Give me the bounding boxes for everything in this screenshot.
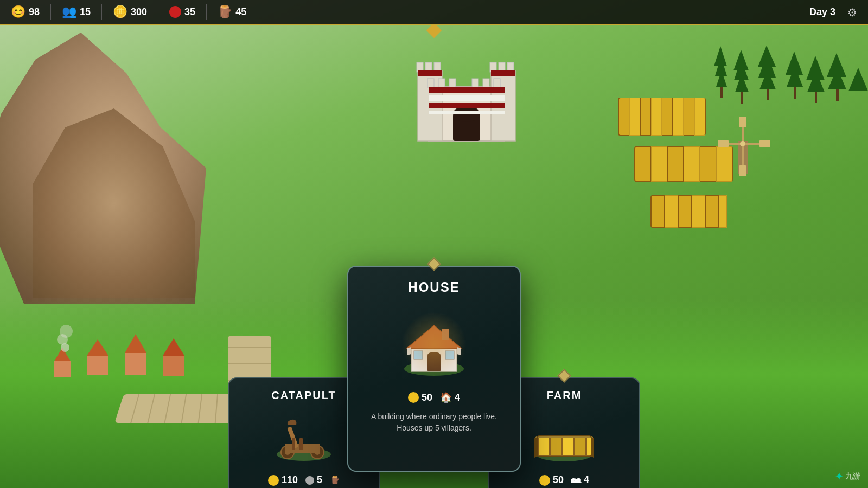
- svg-rect-63: [719, 195, 727, 228]
- hud-wood: 🪵 45: [218, 6, 246, 18]
- svg-marker-79: [733, 50, 749, 70]
- svg-rect-11: [427, 79, 434, 87]
- svg-rect-69: [739, 117, 746, 127]
- hud-gold: 🪙 300: [113, 6, 147, 18]
- farm-gold-cost: 50: [539, 474, 564, 486]
- farm-fields: [618, 98, 825, 241]
- svg-marker-27: [125, 334, 146, 353]
- svg-rect-70: [760, 140, 770, 147]
- svg-rect-12: [438, 79, 445, 87]
- svg-rect-121: [563, 437, 573, 455]
- svg-rect-95: [836, 89, 839, 101]
- svg-rect-17: [429, 87, 505, 93]
- settings-button[interactable]: ⚙: [844, 4, 860, 21]
- watermark-text: 九游: [845, 472, 860, 481]
- svg-rect-54: [716, 146, 732, 182]
- svg-marker-82: [758, 46, 776, 67]
- svg-rect-122: [575, 437, 585, 455]
- svg-marker-89: [848, 68, 868, 91]
- svg-rect-104: [292, 438, 295, 450]
- hud-divider-1: [50, 4, 51, 20]
- population-value: 15: [80, 7, 91, 18]
- svg-rect-45: [694, 98, 705, 136]
- svg-point-73: [740, 141, 745, 146]
- house-people-cost: 🏠 4: [440, 391, 460, 403]
- gold-cost-icon: [268, 475, 279, 486]
- watermark: ✦ 九游: [835, 471, 860, 483]
- svg-rect-24: [54, 361, 71, 377]
- svg-marker-25: [87, 339, 108, 356]
- house-gold-cost: 50: [408, 392, 432, 403]
- svg-rect-19: [429, 103, 505, 108]
- svg-rect-42: [629, 98, 640, 136]
- hud-red-resource: 35: [169, 6, 195, 18]
- farm-wood-value: 4: [584, 474, 589, 486]
- svg-rect-22: [491, 70, 515, 76]
- hud-divider-3: [158, 4, 158, 20]
- svg-rect-62: [692, 195, 705, 228]
- svg-marker-86: [806, 56, 825, 80]
- hud-day: Day 3: [809, 7, 835, 18]
- svg-rect-15: [483, 79, 489, 87]
- red-resource-icon: [169, 6, 181, 18]
- svg-rect-52: [651, 146, 667, 182]
- population-icon: 👥: [62, 6, 76, 18]
- watermark-icon: ✦: [835, 471, 843, 483]
- wood-icon: 🪵: [218, 6, 232, 18]
- wood-value: 45: [235, 7, 246, 18]
- catapult-costs: 110 5 🪵: [239, 474, 369, 486]
- farm-wood-icon: 🏘: [571, 474, 581, 486]
- hud-population: 👥 15: [62, 6, 91, 18]
- svg-rect-43: [651, 98, 662, 136]
- svg-marker-76: [714, 46, 727, 66]
- svg-rect-14: [472, 79, 478, 87]
- catapult-gold-value: 110: [282, 474, 298, 486]
- svg-point-33: [60, 325, 73, 338]
- house-gold-icon: [408, 392, 419, 403]
- hud-happiness: 😊 98: [11, 6, 40, 18]
- house-costs: 50 🏠 4: [360, 391, 508, 403]
- happiness-value: 98: [29, 7, 40, 18]
- svg-rect-93: [794, 87, 796, 99]
- hud-divider-2: [101, 4, 102, 20]
- gold-icon: 🪙: [113, 6, 127, 18]
- svg-rect-16: [494, 79, 500, 87]
- svg-marker-84: [786, 52, 803, 75]
- svg-rect-119: [539, 437, 549, 455]
- hud-divider-4: [206, 4, 207, 20]
- svg-rect-18: [429, 95, 505, 101]
- svg-rect-13: [449, 79, 456, 87]
- castle: [412, 33, 521, 154]
- house-description: A building where ordinary people live. H…: [360, 411, 508, 434]
- svg-rect-21: [418, 70, 442, 76]
- house-people-icon: 🏠: [440, 391, 452, 403]
- catapult-wood-cost: 🪵: [330, 476, 340, 485]
- svg-rect-28: [125, 353, 146, 375]
- house-gold-value: 50: [422, 392, 432, 403]
- svg-rect-53: [684, 146, 700, 182]
- svg-rect-44: [673, 98, 684, 136]
- svg-marker-88: [827, 53, 846, 77]
- farm-gold-value: 50: [553, 474, 564, 486]
- svg-rect-90: [720, 87, 723, 98]
- svg-rect-55: [651, 195, 727, 228]
- svg-rect-103: [299, 438, 303, 450]
- svg-rect-71: [739, 165, 746, 176]
- house-people-value: 4: [455, 392, 460, 403]
- house-title: HOUSE: [360, 280, 508, 295]
- happiness-icon: 😊: [11, 6, 25, 18]
- gold-value: 300: [131, 7, 147, 18]
- svg-rect-123: [587, 437, 591, 455]
- red-resource-value: 35: [184, 7, 195, 18]
- svg-rect-120: [551, 437, 561, 455]
- catapult-stone-value: 5: [317, 474, 322, 486]
- farm-wood-cost: 🏘 4: [571, 474, 589, 486]
- house-glow: [401, 312, 467, 377]
- farm-gold-icon: [539, 475, 550, 486]
- catapult-gold-cost: 110: [268, 474, 298, 486]
- house-image: [360, 304, 508, 385]
- svg-rect-20: [429, 111, 505, 114]
- svg-marker-29: [163, 338, 184, 356]
- catapult-stone-cost: 5: [305, 474, 322, 486]
- card-house[interactable]: HOUSE: [347, 266, 521, 472]
